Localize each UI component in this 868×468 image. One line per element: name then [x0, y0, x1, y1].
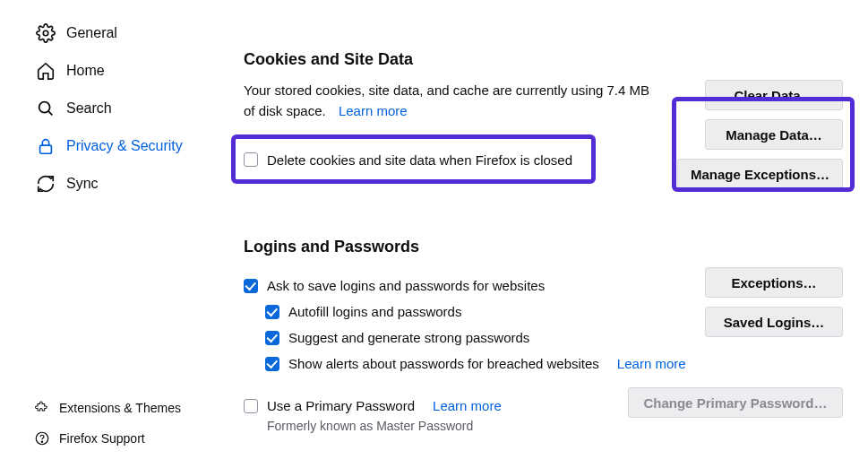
gear-icon [36, 23, 56, 43]
ask-save-logins-checkbox[interactable] [244, 279, 258, 293]
search-icon [36, 99, 56, 118]
sidebar-item-label: Sync [66, 176, 99, 192]
cookies-learn-more-link[interactable]: Learn more [339, 103, 408, 118]
sidebar-item-label: Home [66, 63, 105, 79]
delete-cookies-on-close-label: Delete cookies and site data when Firefo… [267, 152, 572, 168]
suggest-passwords-label: Suggest and generate strong passwords [288, 330, 529, 345]
sync-icon [36, 174, 56, 194]
manage-exceptions-button[interactable]: Manage Exceptions… [677, 159, 843, 189]
lock-icon [36, 136, 56, 156]
svg-point-5 [41, 441, 42, 442]
breach-alerts-label: Show alerts about passwords for breached… [288, 356, 599, 371]
logins-exceptions-button[interactable]: Exceptions… [705, 267, 843, 298]
sidebar-item-label: Privacy & Security [66, 138, 183, 154]
sidebar-item-label: Extensions & Themes [59, 401, 181, 415]
primary-password-learn-more-link[interactable]: Learn more [433, 398, 502, 413]
sidebar-item-privacy-security[interactable]: Privacy & Security [27, 129, 201, 163]
primary-password-hint: Formerly known as Master Password [267, 419, 610, 433]
ask-save-logins-label: Ask to save logins and passwords for web… [267, 278, 545, 293]
sidebar-item-label: General [66, 25, 117, 41]
delete-cookies-on-close-checkbox[interactable] [244, 152, 258, 167]
help-icon [34, 430, 50, 446]
primary-password-checkbox[interactable] [244, 399, 258, 413]
sidebar-item-label: Firefox Support [59, 431, 145, 446]
cookies-description: Your stored cookies, site data, and cach… [244, 80, 659, 122]
primary-password-label: Use a Primary Password [267, 398, 415, 413]
sidebar-item-extensions-themes[interactable]: Extensions & Themes [27, 394, 201, 421]
puzzle-icon [34, 400, 50, 416]
breach-alerts-checkbox[interactable] [265, 357, 279, 371]
autofill-logins-label: Autofill logins and passwords [288, 304, 461, 319]
svg-point-1 [39, 102, 50, 113]
sidebar-item-sync[interactable]: Sync [27, 167, 201, 201]
cookies-heading: Cookies and Site Data [244, 50, 843, 69]
main-content: Cookies and Site Data Your stored cookie… [208, 0, 868, 468]
saved-logins-button[interactable]: Saved Logins… [705, 307, 843, 337]
breach-alerts-learn-more-link[interactable]: Learn more [617, 356, 686, 371]
suggest-passwords-checkbox[interactable] [265, 331, 279, 345]
svg-rect-3 [40, 145, 52, 153]
logins-heading: Logins and Passwords [244, 238, 843, 256]
svg-point-0 [43, 30, 48, 36]
clear-data-button[interactable]: Clear Data… [705, 80, 843, 110]
sidebar-item-home[interactable]: Home [27, 54, 201, 88]
autofill-logins-checkbox[interactable] [265, 305, 279, 319]
sidebar-item-search[interactable]: Search [27, 91, 201, 126]
home-icon [36, 61, 56, 81]
svg-line-2 [48, 111, 52, 115]
change-primary-password-button[interactable]: Change Primary Password… [628, 387, 843, 418]
sidebar: General Home Search Privacy & Security [0, 0, 208, 468]
sidebar-item-general[interactable]: General [27, 16, 201, 50]
sidebar-item-firefox-support[interactable]: Firefox Support [27, 425, 201, 452]
manage-data-button[interactable]: Manage Data… [705, 119, 843, 150]
sidebar-item-label: Search [66, 100, 112, 117]
